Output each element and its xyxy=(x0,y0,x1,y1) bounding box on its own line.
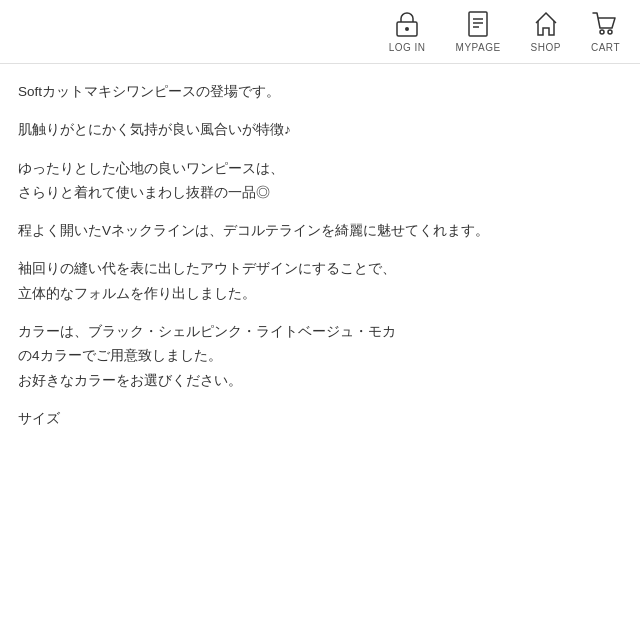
navigation-bar: LOG IN MYPAGE SHOP xyxy=(0,0,640,64)
description-paragraph-6: カラーは、ブラック・シェルピンク・ライトベージュ・モカの4カラーでご用意致しまし… xyxy=(18,320,622,393)
nav-login[interactable]: LOG IN xyxy=(389,10,426,53)
svg-point-1 xyxy=(405,27,409,31)
nav-shop[interactable]: SHOP xyxy=(531,10,561,53)
product-description: Softカットマキシワンピースの登場です。 肌触りがとにかく気持が良い風合いが特… xyxy=(0,64,640,447)
cart-label: CART xyxy=(591,42,620,53)
shop-label: SHOP xyxy=(531,42,561,53)
description-paragraph-5: 袖回りの縫い代を表に出したアウトデザインにすることで、立体的なフォルムを作り出し… xyxy=(18,257,622,306)
svg-point-7 xyxy=(608,30,612,34)
nav-cart[interactable]: CART xyxy=(591,10,620,53)
svg-rect-2 xyxy=(469,12,487,36)
lock-icon xyxy=(393,10,421,38)
description-paragraph-4: 程よく開いたVネックラインは、デコルテラインを綺麗に魅せてくれます。 xyxy=(18,219,622,243)
home-icon xyxy=(532,10,560,38)
svg-point-6 xyxy=(600,30,604,34)
description-paragraph-7: サイズ xyxy=(18,407,622,431)
description-paragraph-2: 肌触りがとにかく気持が良い風合いが特徴♪ xyxy=(18,118,622,142)
document-icon xyxy=(464,10,492,38)
nav-mypage[interactable]: MYPAGE xyxy=(456,10,501,53)
login-label: LOG IN xyxy=(389,42,426,53)
description-paragraph-3: ゆったりとした心地の良いワンピースは、さらりと着れて使いまわし抜群の一品◎ xyxy=(18,157,622,206)
description-paragraph-1: Softカットマキシワンピースの登場です。 xyxy=(18,80,622,104)
cart-icon xyxy=(591,10,619,38)
mypage-label: MYPAGE xyxy=(456,42,501,53)
